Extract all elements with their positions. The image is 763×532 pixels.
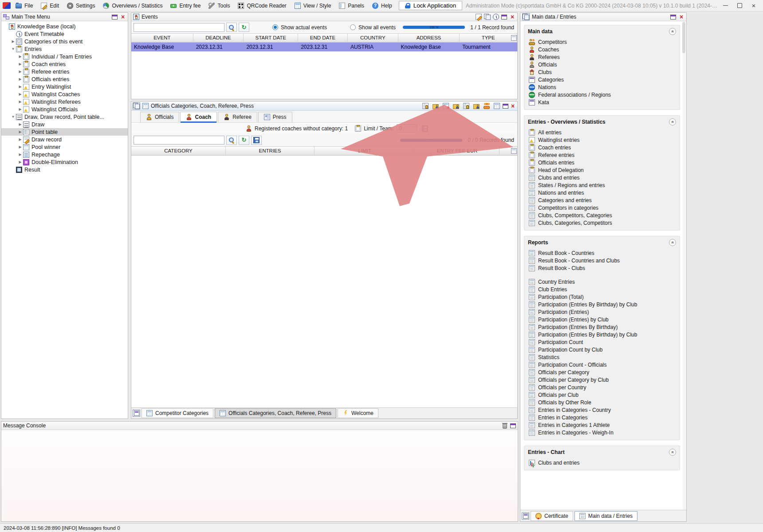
tree-item-waitinglist-referees[interactable]: ▶Waitinglist Referees [1, 98, 128, 106]
tree-item-event-timetable[interactable]: Event Timetable [1, 30, 128, 38]
document-tab-competitor-categories[interactable]: Competitor Categories [142, 408, 213, 418]
list-item-clubs-and-entries[interactable]: Clubs and entries [529, 459, 677, 466]
expander-expanded-icon[interactable]: ▼ [10, 47, 16, 51]
events-search-input[interactable] [134, 23, 224, 32]
list-item-states-regions-and-entries[interactable]: States / Regions and entries [529, 181, 677, 189]
expander-collapsed-icon[interactable]: ▶ [17, 137, 23, 141]
list-item-coach-entries[interactable]: Coach entries [529, 144, 677, 151]
tab-press[interactable]: Press [258, 112, 292, 122]
list-item-referees[interactable]: Referees [529, 53, 677, 61]
list-item-referee-entries[interactable]: Referee entries [529, 151, 677, 159]
grid-table-button[interactable] [492, 102, 501, 110]
list-item-entries-in-categories-country[interactable]: Entries in Categories - Country [529, 406, 677, 414]
list-item-participation-entries-by-birthday-by-club[interactable]: Participation (Entries By Birthday) by C… [529, 301, 677, 308]
expander-collapsed-icon[interactable]: ▶ [17, 77, 23, 81]
panel-tab-certificate[interactable]: Certificate [531, 511, 573, 521]
events-column-end-date[interactable]: END DATE [298, 34, 348, 42]
people-group-button[interactable] [482, 102, 491, 110]
officials-column-entries[interactable]: ENTRIES [226, 147, 315, 155]
collapse-section-button[interactable]: « [669, 118, 676, 125]
person-form-button[interactable] [462, 102, 471, 110]
list-item-participation-entries[interactable]: Participation (Entries) [529, 308, 677, 316]
list-item-all-entries[interactable]: All entries [529, 129, 677, 136]
events-column-deadline[interactable]: DEADLINE [193, 34, 244, 42]
person-folder-button[interactable] [452, 102, 460, 110]
panel-tab-main-data-entries[interactable]: Main data / Entries [574, 511, 637, 521]
menu-edit[interactable]: Edit [37, 1, 63, 10]
document-tab-officials-categories-coach-referee-press[interactable]: Officials Categories, Coach, Referee, Pr… [215, 408, 336, 418]
events-column-address[interactable]: ADDRESS [398, 34, 460, 42]
tree-item-entry-waitinglist[interactable]: ▶Entry Waitinglist [1, 83, 128, 90]
console-maximize-button[interactable] [510, 423, 516, 428]
list-item-competitors[interactable]: Competitors [529, 38, 677, 46]
expander-collapsed-icon[interactable]: ▶ [10, 39, 16, 43]
tree-item-repechage[interactable]: ▶Repechage [1, 151, 128, 158]
list-item-waitinglist-entries[interactable]: Waitinglist entries [529, 136, 677, 144]
tab-referee[interactable]: Referee [218, 112, 257, 122]
list-item-officials-entries[interactable]: Officials entries [529, 159, 677, 166]
menu-help[interactable]: Help [368, 1, 396, 10]
list-item-clubs-competitors-categories[interactable]: Clubs, Competitors, Categories [529, 211, 677, 219]
list-item-country-entries[interactable]: Country Entries [529, 278, 677, 286]
events-column-event[interactable]: EVENT [131, 34, 193, 42]
events-column-type[interactable]: TYPE [460, 34, 517, 42]
officials-close-button[interactable] [510, 103, 516, 109]
right-panel-icon-box[interactable] [522, 13, 530, 20]
tree-item-officials-entries[interactable]: ▶Officials entries [1, 75, 128, 83]
expander-collapsed-icon[interactable]: ▶ [17, 85, 23, 89]
list-item-clubs-and-entries[interactable]: Clubs and entries [529, 174, 677, 181]
list-item-coaches[interactable]: Coaches [529, 46, 677, 53]
right-panel-scrollbar[interactable] [683, 21, 686, 510]
list-item-entries-in-categories[interactable]: Entries in Categories [529, 414, 677, 421]
event-document-icon[interactable] [484, 14, 491, 20]
officials-search-input[interactable] [134, 136, 224, 145]
list-item-participation-count[interactable]: Participation Count [529, 338, 677, 346]
column-options-icon[interactable] [511, 148, 517, 154]
menu-file[interactable]: File [12, 1, 37, 10]
tree-item-waitinglist-coaches[interactable]: ▶Waitinglist Coaches [1, 90, 128, 98]
tree-item-pool-winner[interactable]: ▶Pool winner [1, 143, 128, 151]
window-minimize-button[interactable] [719, 1, 732, 11]
tree-item-draw[interactable]: ▶Draw [1, 121, 128, 128]
list-item-nations[interactable]: Nations [529, 83, 677, 91]
window-close-button[interactable] [747, 1, 760, 11]
menu-qrcode-reader[interactable]: QRCode Reader [234, 1, 290, 10]
events-column-country[interactable]: COUNTRY [348, 34, 398, 42]
list-item-clubs[interactable]: Clubs [529, 68, 677, 76]
list-item-participation-entries-by-birthday-by-club[interactable]: Participation (Entries By Birthday) by C… [529, 331, 677, 338]
list-item-officials[interactable]: Officials [529, 61, 677, 68]
category-add-button[interactable] [441, 102, 450, 110]
list-item-entries-in-categories-weigh-in[interactable]: Entries in Categories - Weigh-In [529, 429, 677, 436]
expander-collapsed-icon[interactable]: ▶ [17, 92, 23, 96]
events-maximize-button[interactable] [501, 15, 507, 20]
officials-panel-icon-box[interactable] [133, 102, 140, 110]
tree-item-draw-draw-record-point-table[interactable]: ▼Draw, Draw record, Point table... [1, 113, 128, 121]
expander-collapsed-icon[interactable]: ▶ [17, 145, 23, 149]
expander-collapsed-icon[interactable]: ▶ [17, 55, 23, 59]
expander-expanded-icon[interactable]: ▼ [10, 115, 16, 119]
list-item-participation-count-by-club[interactable]: Participation Count by Club [529, 346, 677, 353]
events-table-row[interactable]: Knowledge Base2023.12.312023.12.312023.1… [131, 43, 517, 51]
tree-item-result[interactable]: Result [1, 166, 128, 173]
expander-collapsed-icon[interactable]: ▶ [17, 100, 23, 104]
clear-console-icon[interactable] [503, 424, 507, 429]
person-folder-button[interactable] [431, 102, 440, 110]
collapse-section-button[interactable]: « [669, 239, 676, 246]
list-item-categories-and-entries[interactable]: Categories and entries [529, 196, 677, 204]
list-item-officials-per-category[interactable]: Officials per Category [529, 368, 677, 376]
collapse-section-button[interactable]: « [669, 449, 676, 456]
person-form-button[interactable] [421, 102, 430, 110]
list-item-officials-per-club[interactable]: Officials per Club [529, 391, 677, 399]
right-panel-close-button[interactable] [678, 14, 684, 20]
tree-item-double-elimination[interactable]: ▶Double-Elimination [1, 158, 128, 166]
menu-settings[interactable]: Settings [63, 1, 99, 10]
tree-close-button[interactable] [120, 14, 126, 20]
list-item-competitors-in-categories[interactable]: Competitors in categories [529, 204, 677, 211]
tree-item-categories-of-this-event[interactable]: ▶Categories of this event [1, 38, 128, 45]
list-item-head-of-delegation[interactable]: Head of Delegation [529, 166, 677, 174]
list-item-participation-entries-by-birthday[interactable]: Participation (Entries By Birthday) [529, 323, 677, 331]
expander-collapsed-icon[interactable]: ▶ [17, 130, 23, 134]
list-item-participation-entries-by-club[interactable]: Participation (Entries) by Club [529, 316, 677, 323]
list-item-officials-by-other-role[interactable]: Officials by Other Role [529, 399, 677, 406]
list-item-participation-count-officials[interactable]: Participation Count - Officials [529, 361, 677, 368]
